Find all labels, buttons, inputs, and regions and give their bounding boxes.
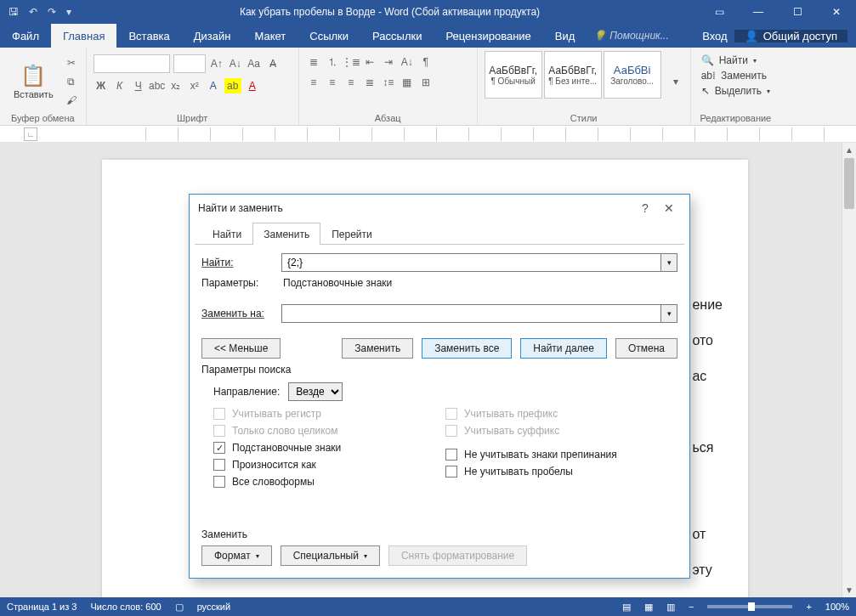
shading-icon[interactable]: ▦	[400, 75, 415, 90]
zoom-out-icon[interactable]: −	[689, 602, 694, 612]
styles-gallery[interactable]: АаБбВвГг, ¶ Обычный АаБбВвГг, ¶ Без инте…	[485, 51, 661, 111]
tab-view[interactable]: Вид	[543, 24, 587, 48]
replace-dropdown-icon[interactable]: ▾	[660, 304, 677, 323]
align-right-icon[interactable]: ≡	[343, 75, 359, 90]
tab-design[interactable]: Дизайн	[182, 24, 243, 48]
view-web-icon[interactable]: ▥	[666, 602, 675, 613]
scroll-thumb[interactable]	[844, 158, 854, 209]
italic-icon[interactable]: К	[112, 78, 128, 93]
tell-me[interactable]: 💡 Помощник...	[587, 24, 702, 48]
strike-icon[interactable]: abc	[150, 78, 165, 93]
style-heading1[interactable]: АаБбВі Заголово...	[604, 51, 661, 99]
replace-one-button[interactable]: Заменить	[342, 338, 413, 359]
find-input[interactable]	[281, 253, 660, 272]
vertical-scrollbar[interactable]: ▲ ▼	[842, 143, 856, 597]
close-icon[interactable]: ✕	[817, 0, 856, 24]
save-icon[interactable]: 🖫	[9, 6, 19, 18]
paste-button[interactable]: 📋 Вставить	[7, 51, 60, 111]
font-color-icon[interactable]: A	[245, 78, 260, 93]
ruler-track[interactable]	[114, 127, 856, 141]
tab-mailings[interactable]: Рассылки	[360, 24, 434, 48]
justify-icon[interactable]: ≣	[362, 75, 377, 90]
font-size-combo[interactable]	[173, 54, 206, 73]
tab-home[interactable]: Главная	[51, 24, 116, 48]
qat-more-icon[interactable]: ▾	[66, 6, 71, 18]
styles-more-icon[interactable]: ▾	[668, 74, 683, 89]
sign-in[interactable]: Вход	[702, 30, 727, 42]
direction-select[interactable]: Везде	[288, 382, 343, 401]
align-left-icon[interactable]: ≡	[306, 75, 321, 90]
font-name-combo[interactable]	[94, 54, 170, 73]
show-marks-icon[interactable]: ¶	[418, 54, 434, 70]
redo-icon[interactable]: ↷	[48, 6, 56, 18]
undo-icon[interactable]: ↶	[29, 6, 37, 18]
tab-selector[interactable]: ∟	[24, 127, 37, 141]
shrink-font-icon[interactable]: A↓	[228, 56, 243, 71]
multilevel-icon[interactable]: ⋮≣	[343, 54, 359, 70]
change-case-icon[interactable]: Aa	[247, 56, 262, 71]
subscript-icon[interactable]: x₂	[168, 78, 184, 93]
replace-all-button[interactable]: Заменить все	[422, 338, 512, 359]
scroll-up-icon[interactable]: ▲	[842, 143, 856, 157]
status-page[interactable]: Страница 1 из 3	[7, 602, 77, 612]
cut-icon[interactable]: ✂	[64, 55, 79, 71]
dialog-close-icon[interactable]: ✕	[657, 201, 681, 215]
decrease-indent-icon[interactable]: ⇤	[362, 54, 377, 70]
format-button[interactable]: Формат▾	[201, 545, 272, 566]
format-painter-icon[interactable]: 🖌	[64, 93, 79, 108]
zoom-in-icon[interactable]: +	[806, 602, 811, 612]
proofing-icon[interactable]: ▢	[175, 602, 184, 613]
ribbon-options-icon[interactable]: ▭	[700, 0, 739, 24]
share-button[interactable]: 👤 Общий доступ	[734, 30, 847, 42]
bullets-icon[interactable]: ≣	[306, 54, 321, 70]
sort-icon[interactable]: A↓	[400, 54, 415, 70]
superscript-icon[interactable]: x²	[187, 78, 202, 93]
chk-all-forms[interactable]: Все словоформы	[213, 476, 445, 488]
dialog-help-icon[interactable]: ?	[633, 201, 657, 215]
grow-font-icon[interactable]: A↑	[209, 56, 224, 71]
copy-icon[interactable]: ⧉	[64, 74, 79, 89]
tab-insert[interactable]: Вставка	[116, 24, 181, 48]
dialog-titlebar[interactable]: Найти и заменить ? ✕	[190, 195, 689, 222]
maximize-icon[interactable]: ☐	[778, 0, 817, 24]
borders-icon[interactable]: ⊞	[418, 75, 434, 90]
scroll-down-icon[interactable]: ▼	[842, 583, 856, 597]
view-read-icon[interactable]: ▤	[622, 602, 631, 613]
dtab-goto[interactable]: Перейти	[320, 223, 383, 245]
tab-references[interactable]: Ссылки	[298, 24, 360, 48]
find-button[interactable]: 🔍 Найти ▾	[701, 54, 770, 66]
chk-ignore-space[interactable]: Не учитывать пробелы	[445, 466, 677, 478]
tab-layout[interactable]: Макет	[242, 24, 298, 48]
numbering-icon[interactable]: ⒈	[325, 54, 340, 70]
align-center-icon[interactable]: ≡	[325, 75, 340, 90]
cancel-button[interactable]: Отмена	[615, 338, 677, 359]
status-language[interactable]: русский	[197, 602, 230, 612]
dtab-replace[interactable]: Заменить	[252, 223, 320, 245]
minimize-icon[interactable]: —	[739, 0, 778, 24]
increase-indent-icon[interactable]: ⇥	[381, 54, 396, 70]
line-spacing-icon[interactable]: ↕≡	[381, 75, 396, 90]
zoom-slider[interactable]	[707, 605, 792, 608]
replace-input[interactable]	[281, 304, 660, 323]
less-button[interactable]: << Меньше	[201, 338, 281, 359]
find-dropdown-icon[interactable]: ▾	[660, 253, 677, 272]
view-print-icon[interactable]: ▦	[644, 602, 653, 613]
highlight-icon[interactable]: ab	[224, 78, 241, 93]
zoom-value[interactable]: 100%	[825, 602, 849, 612]
dtab-find[interactable]: Найти	[201, 223, 252, 245]
bold-icon[interactable]: Ж	[94, 78, 109, 93]
tab-file[interactable]: Файл	[0, 24, 51, 48]
style-normal[interactable]: АаБбВвГг, ¶ Обычный	[485, 51, 542, 99]
underline-icon[interactable]: Ч	[131, 78, 146, 93]
chk-wildcards[interactable]: ✓Подстановочные знаки	[213, 442, 445, 454]
chk-ignore-punct[interactable]: Не учитывать знаки препинания	[445, 449, 677, 461]
chk-sounds-like[interactable]: Произносится как	[213, 459, 445, 471]
ruler[interactable]: ∟	[0, 126, 856, 143]
special-button[interactable]: Специальный▾	[281, 545, 380, 566]
clear-format-icon[interactable]: A̶	[265, 56, 281, 71]
find-next-button[interactable]: Найти далее	[520, 338, 607, 359]
text-effects-icon[interactable]: A	[206, 78, 221, 93]
select-button[interactable]: ↖ Выделить ▾	[701, 85, 770, 97]
style-no-spacing[interactable]: АаБбВвГг, ¶ Без инте...	[544, 51, 602, 99]
tab-review[interactable]: Рецензирование	[434, 24, 542, 48]
